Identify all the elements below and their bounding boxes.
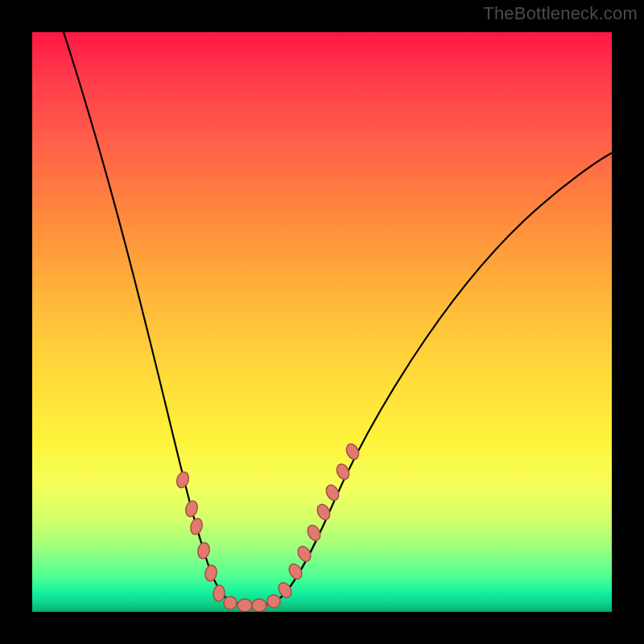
- curve-marker: [213, 584, 225, 601]
- curve-marker: [344, 442, 361, 461]
- curve-marker: [324, 483, 341, 502]
- curve-marker: [175, 470, 190, 489]
- curve-marker: [237, 599, 252, 612]
- curve-marker: [252, 599, 266, 612]
- curve-marker: [315, 502, 332, 522]
- chart-frame: TheBottleneck.com: [0, 0, 644, 644]
- watermark-text: TheBottleneck.com: [483, 3, 638, 24]
- curve-marker: [189, 518, 204, 536]
- curve-marker: [184, 499, 200, 518]
- curve-marker: [204, 564, 217, 582]
- curve-marker: [287, 562, 304, 581]
- curve-marker: [305, 523, 323, 543]
- v-curve: [64, 32, 612, 605]
- curve-marker: [295, 544, 313, 564]
- curve-marker: [196, 542, 211, 559]
- curve-marker: [334, 462, 351, 481]
- markers-group: [175, 442, 361, 612]
- curve-marker: [266, 593, 282, 609]
- curve-svg: [32, 32, 612, 612]
- plot-area: [32, 32, 612, 612]
